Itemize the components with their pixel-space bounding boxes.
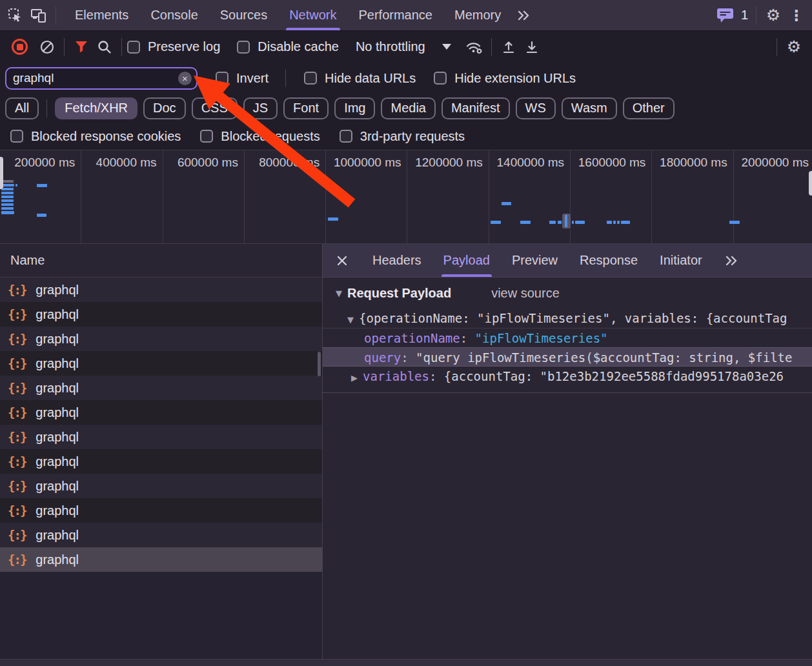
table-row[interactable]: {:}graphql bbox=[0, 523, 322, 547]
view-source-link[interactable]: view source bbox=[491, 286, 560, 301]
collapse-triangle-icon[interactable]: ▼ bbox=[347, 315, 354, 325]
table-row[interactable]: {:}graphql bbox=[0, 278, 322, 302]
request-name: graphql bbox=[36, 356, 79, 371]
preserve-log-checkbox[interactable] bbox=[127, 41, 140, 54]
hide-extension-urls-label[interactable]: Hide extension URLs bbox=[454, 71, 576, 86]
more-tabs-chevron-icon[interactable] bbox=[512, 4, 535, 27]
request-timeline-bar bbox=[1, 203, 14, 206]
network-conditions-icon[interactable] bbox=[463, 35, 486, 59]
filter-funnel-icon[interactable] bbox=[70, 35, 93, 59]
table-row[interactable]: {:}graphql bbox=[0, 351, 322, 376]
table-row[interactable]: {:}graphql bbox=[0, 302, 322, 327]
third-party-label[interactable]: 3rd-party requests bbox=[360, 129, 465, 144]
disable-cache-label[interactable]: Disable cache bbox=[258, 39, 339, 54]
record-network-log-button[interactable] bbox=[12, 39, 28, 55]
hide-data-urls-control: Hide data URLs bbox=[304, 71, 416, 86]
devtools-tabbar: ElementsConsoleSourcesNetworkPerformance… bbox=[0, 0, 812, 31]
chip-fetch-xhr[interactable]: Fetch/XHR bbox=[55, 97, 137, 119]
filter-input[interactable] bbox=[6, 71, 196, 85]
third-party-checkbox[interactable] bbox=[340, 130, 352, 143]
chip-all[interactable]: All bbox=[5, 97, 39, 119]
table-row[interactable]: {:}graphql bbox=[0, 400, 322, 425]
collapse-triangle-icon[interactable]: ▼ bbox=[336, 288, 342, 298]
chip-manifest[interactable]: Manifest bbox=[442, 97, 510, 119]
hide-extension-urls-control: Hide extension URLs bbox=[434, 71, 576, 86]
chip-ws[interactable]: WS bbox=[516, 97, 556, 119]
requests-scrollbar-thumb[interactable] bbox=[318, 352, 321, 376]
throttling-dropdown[interactable]: No throttling bbox=[356, 39, 451, 54]
chip-js[interactable]: JS bbox=[243, 97, 278, 119]
name-column-header[interactable]: Name bbox=[0, 244, 322, 278]
chip-doc[interactable]: Doc bbox=[143, 97, 186, 119]
kebab-menu-icon[interactable]: ⋮ bbox=[785, 4, 808, 27]
tab-sources[interactable]: Sources bbox=[209, 0, 278, 30]
invert-checkbox[interactable] bbox=[216, 72, 228, 85]
tab-console[interactable]: Console bbox=[139, 0, 208, 30]
search-icon[interactable] bbox=[93, 35, 116, 59]
payload-entry-query[interactable]: query: "query ipFlowTimeseries($accountT… bbox=[323, 347, 812, 367]
table-row[interactable]: {:}graphql bbox=[0, 547, 322, 572]
preserve-log-label[interactable]: Preserve log bbox=[148, 39, 220, 54]
tab-elements[interactable]: Elements bbox=[64, 0, 139, 30]
table-row[interactable]: {:}graphql bbox=[0, 474, 322, 498]
invert-label[interactable]: Invert bbox=[236, 71, 269, 86]
hide-extension-urls-checkbox[interactable] bbox=[434, 72, 447, 85]
timeline-right-handle[interactable] bbox=[809, 171, 812, 196]
payload-root-line[interactable]: ▼{operationName: "ipFlowTimeseries", var… bbox=[323, 308, 812, 328]
chip-font[interactable]: Font bbox=[283, 97, 329, 119]
details-tab-response[interactable]: Response bbox=[569, 244, 649, 277]
payload-root-preview: {operationName: "ipFlowTimeseries", vari… bbox=[359, 311, 787, 325]
panel-tabs: ElementsConsoleSourcesNetworkPerformance… bbox=[64, 0, 512, 30]
request-name: graphql bbox=[36, 405, 79, 420]
payload-entry-operationName[interactable]: operationName: "ipFlowTimeseries" bbox=[323, 328, 812, 347]
expand-triangle-icon[interactable]: ▶ bbox=[351, 373, 358, 383]
hide-data-urls-checkbox[interactable] bbox=[304, 72, 317, 85]
details-tab-preview[interactable]: Preview bbox=[501, 244, 569, 277]
tab-memory[interactable]: Memory bbox=[443, 0, 512, 30]
throttling-value[interactable]: No throttling bbox=[356, 39, 425, 54]
table-row[interactable]: {:}graphql bbox=[0, 498, 322, 523]
payload-entry-variables[interactable]: ▶variables: {accountTag: "b12e3b2192ee55… bbox=[323, 367, 812, 386]
tab-network[interactable]: Network bbox=[278, 0, 347, 30]
network-overview-timeline[interactable]: 200000 ms400000 ms600000 ms800000 ms1000… bbox=[0, 150, 812, 244]
chip-wasm[interactable]: Wasm bbox=[562, 97, 617, 119]
chip-img[interactable]: Img bbox=[334, 97, 375, 119]
details-tab-payload[interactable]: Payload bbox=[432, 244, 501, 277]
chip-media[interactable]: Media bbox=[381, 97, 435, 119]
issues-count[interactable]: 1 bbox=[741, 8, 748, 23]
device-toolbar-icon[interactable] bbox=[27, 4, 50, 27]
request-name: graphql bbox=[36, 503, 79, 518]
clear-network-log-icon[interactable] bbox=[36, 35, 59, 59]
blocked-cookies-checkbox[interactable] bbox=[10, 130, 23, 143]
blocked-requests-label[interactable]: Blocked requests bbox=[221, 129, 320, 144]
network-settings-gear-icon[interactable]: ⚙ bbox=[782, 35, 806, 59]
disable-cache-checkbox[interactable] bbox=[237, 41, 250, 54]
chip-other[interactable]: Other bbox=[623, 97, 675, 119]
table-row[interactable]: {:}graphql bbox=[0, 425, 322, 449]
inspect-element-icon[interactable] bbox=[4, 4, 27, 27]
filter-input-box: × bbox=[5, 67, 198, 90]
timeline-left-handle[interactable] bbox=[0, 157, 3, 189]
hide-data-urls-label[interactable]: Hide data URLs bbox=[325, 71, 416, 86]
import-har-icon[interactable] bbox=[497, 35, 520, 59]
blocked-cookies-label[interactable]: Blocked response cookies bbox=[31, 129, 181, 144]
fetch-xhr-type-icon: {:} bbox=[8, 381, 26, 395]
close-details-icon[interactable] bbox=[323, 254, 361, 267]
details-tab-headers[interactable]: Headers bbox=[361, 244, 432, 277]
more-details-tabs-chevron-icon[interactable] bbox=[720, 249, 743, 272]
request-name: graphql bbox=[36, 528, 79, 543]
export-har-icon[interactable] bbox=[520, 35, 543, 59]
payload-colon: : bbox=[460, 331, 475, 345]
details-tab-initiator[interactable]: Initiator bbox=[649, 244, 713, 277]
request-timeline-bar bbox=[1, 192, 14, 194]
bottom-scrollbar-strip[interactable] bbox=[0, 659, 812, 666]
tab-performance[interactable]: Performance bbox=[348, 0, 444, 30]
table-row[interactable]: {:}graphql bbox=[0, 327, 322, 351]
table-row[interactable]: {:}graphql bbox=[0, 376, 322, 400]
clear-filter-icon[interactable]: × bbox=[178, 72, 192, 85]
settings-gear-icon[interactable]: ⚙ bbox=[762, 4, 785, 27]
chip-css[interactable]: CSS bbox=[192, 97, 238, 119]
blocked-requests-checkbox[interactable] bbox=[200, 130, 213, 143]
table-row[interactable]: {:}graphql bbox=[0, 449, 322, 474]
issues-message-icon[interactable] bbox=[714, 4, 737, 27]
